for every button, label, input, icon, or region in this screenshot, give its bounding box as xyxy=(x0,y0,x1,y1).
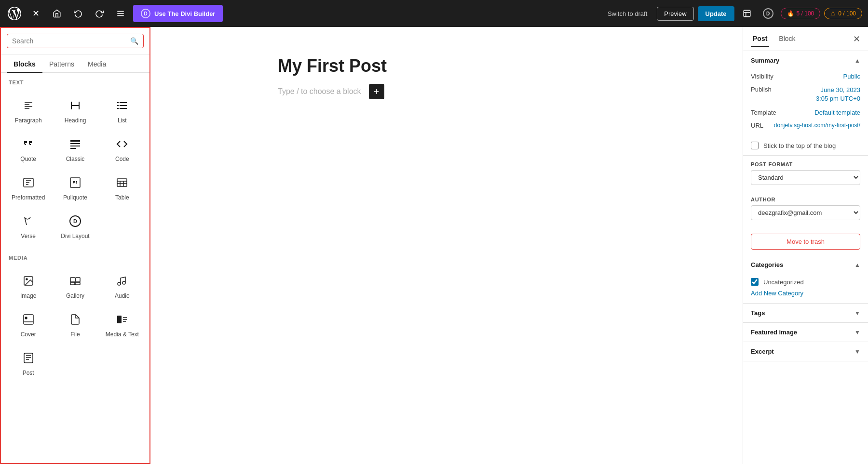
block-classic[interactable]: Classic xyxy=(52,129,98,167)
categories-body: Uncategorized Add New Category xyxy=(743,274,868,303)
fire-icon: 🔥 xyxy=(787,10,794,17)
tags-section-header[interactable]: Tags ▼ xyxy=(743,304,868,322)
update-button[interactable]: Update xyxy=(698,6,734,21)
tab-block[interactable]: Block xyxy=(777,31,797,47)
list-label: List xyxy=(118,117,127,124)
stick-top-checkbox[interactable] xyxy=(751,142,759,149)
featured-image-section: Featured image ▼ xyxy=(743,323,868,342)
settings-panel-header: Post Block ✕ xyxy=(743,27,868,51)
tools-button[interactable] xyxy=(48,5,66,22)
url-value[interactable]: donjetv.sg-host.com/my-first-post/ xyxy=(774,122,860,129)
summary-section-header[interactable]: Summary ▲ xyxy=(743,51,868,70)
text-section-label: TEXT xyxy=(1,73,149,88)
code-label: Code xyxy=(115,156,129,162)
publish-value[interactable]: June 30, 2023 3:05 pm UTC+0 xyxy=(816,86,860,103)
visibility-value[interactable]: Public xyxy=(843,73,860,80)
list-view-button[interactable] xyxy=(112,5,129,22)
svg-rect-30 xyxy=(70,282,75,285)
media-section-label: MEDIA xyxy=(1,248,149,264)
post-label: Post xyxy=(23,370,34,376)
svg-rect-11 xyxy=(120,108,127,109)
error-counter-button[interactable]: 🔥 5 / 100 xyxy=(781,8,821,19)
author-select[interactable]: deezgrafix@gmail.com xyxy=(751,205,860,220)
template-row: Template Default template xyxy=(751,106,860,119)
preview-button[interactable]: Preview xyxy=(657,7,693,21)
svg-rect-15 xyxy=(70,148,76,149)
block-heading[interactable]: Heading xyxy=(52,90,98,129)
block-cover[interactable]: Cover xyxy=(5,304,52,343)
post-format-section: POST FORMAT Standard Aside Chat Gallery … xyxy=(743,156,868,193)
layout-toggle-button[interactable] xyxy=(738,5,756,22)
redo-button[interactable] xyxy=(91,5,108,22)
tab-media[interactable]: Media xyxy=(81,56,113,73)
divi-circle-button[interactable]: D xyxy=(760,5,777,22)
svg-rect-21 xyxy=(117,179,127,186)
category-uncategorized-checkbox[interactable] xyxy=(751,278,759,286)
post-icon xyxy=(20,349,37,367)
close-panel-button[interactable]: ✕ xyxy=(853,34,860,44)
block-table[interactable]: Table xyxy=(99,167,146,206)
post-block-placeholder: Type / to choose a block + xyxy=(278,84,615,99)
post-format-select[interactable]: Standard Aside Chat Gallery Link Image Q… xyxy=(751,170,860,185)
switch-draft-button[interactable]: Switch to draft xyxy=(602,6,653,21)
block-preformatted[interactable]: Preformatted xyxy=(5,167,52,206)
pullquote-label: Pullquote xyxy=(63,194,87,201)
svg-rect-10 xyxy=(117,108,119,109)
svg-rect-35 xyxy=(117,316,122,323)
excerpt-section-header[interactable]: Excerpt ▼ xyxy=(743,342,868,361)
block-gallery[interactable]: Gallery xyxy=(52,265,98,304)
paragraph-label: Paragraph xyxy=(15,117,42,124)
warning-icon: ⚠ xyxy=(830,10,836,17)
warning-count: 0 / 100 xyxy=(838,10,856,17)
block-image[interactable]: Image xyxy=(5,265,52,304)
publish-time: 3:05 pm UTC+0 xyxy=(816,95,860,102)
divi-button-label: Use The Divi Builder xyxy=(154,10,215,17)
cover-label: Cover xyxy=(21,331,36,338)
svg-point-27 xyxy=(26,278,27,280)
divi-builder-button[interactable]: D Use The Divi Builder xyxy=(133,5,223,22)
block-quote[interactable]: Quote xyxy=(5,129,52,167)
publish-row: Publish June 30, 2023 3:05 pm UTC+0 xyxy=(751,83,860,106)
search-area: 🔍 xyxy=(1,28,149,54)
tags-section: Tags ▼ xyxy=(743,304,868,323)
visibility-row: Visibility Public xyxy=(751,70,860,83)
search-input[interactable] xyxy=(12,37,126,45)
publish-date: June 30, 2023 xyxy=(821,86,860,93)
block-paragraph[interactable]: Paragraph xyxy=(5,90,52,129)
move-trash-button[interactable]: Move to trash xyxy=(751,234,860,250)
tab-patterns[interactable]: Patterns xyxy=(42,56,81,73)
close-button[interactable]: ✕ xyxy=(27,5,44,22)
block-file[interactable]: File xyxy=(52,304,98,343)
table-label: Table xyxy=(115,194,129,201)
gallery-label: Gallery xyxy=(66,292,84,299)
block-audio[interactable]: Audio xyxy=(99,265,146,304)
featured-image-section-header[interactable]: Featured image ▼ xyxy=(743,323,868,342)
block-media-text[interactable]: Media & Text xyxy=(99,304,146,343)
classic-label: Classic xyxy=(66,156,85,162)
block-post[interactable]: Post xyxy=(5,343,52,381)
add-block-button[interactable]: + xyxy=(369,84,384,99)
block-list[interactable]: List xyxy=(99,90,146,129)
template-value[interactable]: Default template xyxy=(814,109,860,116)
media-text-icon xyxy=(113,311,131,328)
svg-rect-13 xyxy=(70,143,80,144)
audio-label: Audio xyxy=(115,292,130,299)
excerpt-section: Excerpt ▼ xyxy=(743,342,868,361)
add-category-link[interactable]: Add New Category xyxy=(751,290,803,297)
undo-button[interactable] xyxy=(69,5,87,22)
block-verse[interactable]: Verse xyxy=(5,206,52,244)
tab-blocks[interactable]: Blocks xyxy=(7,56,42,73)
code-icon xyxy=(113,135,131,153)
categories-section-header[interactable]: Categories ▲ xyxy=(743,255,868,274)
svg-rect-20 xyxy=(70,178,80,187)
post-title[interactable]: My First Post xyxy=(278,56,615,76)
svg-rect-12 xyxy=(70,140,80,142)
block-pullquote[interactable]: Pullquote xyxy=(52,167,98,206)
block-divi-layout[interactable]: D Divi Layout xyxy=(52,206,98,244)
summary-section: Summary ▲ Visibility Public Publish June… xyxy=(743,51,868,156)
tab-post[interactable]: Post xyxy=(751,31,769,47)
warning-counter-button[interactable]: ⚠ 0 / 100 xyxy=(824,8,862,19)
url-label: URL xyxy=(751,122,763,129)
block-code[interactable]: Code xyxy=(99,129,146,167)
table-icon xyxy=(113,174,131,191)
